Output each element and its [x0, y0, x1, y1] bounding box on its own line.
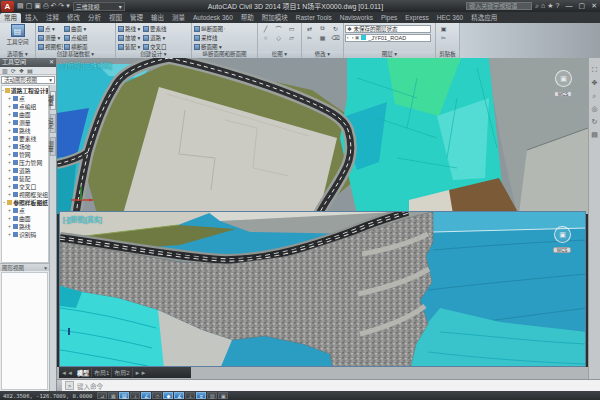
- panel-label[interactable]: 选项板 ▾: [0, 51, 35, 58]
- ribbon-tab[interactable]: 常用: [0, 13, 21, 23]
- ribbon-tab[interactable]: 附加模块: [258, 13, 292, 23]
- command-line-grip[interactable]: [57, 380, 62, 392]
- draw-tool-button[interactable]: ▭: [285, 24, 298, 33]
- ribbon-tab[interactable]: 修改: [63, 13, 84, 23]
- command-line[interactable]: > 键入命令: [57, 379, 600, 391]
- tree-item[interactable]: + 道路: [2, 166, 48, 174]
- infocenter-icon[interactable]: ★: [546, 2, 554, 10]
- status-toggle-button[interactable]: ▤: [119, 392, 129, 399]
- navigation-bar-icon[interactable]: ⛶: [592, 66, 597, 73]
- layer-toggle-icons[interactable]: ◐ ◑ ▣: [347, 35, 359, 40]
- quick-access-icon[interactable]: ↶: [49, 2, 57, 10]
- navigation-bar-icon[interactable]: ✥: [592, 79, 598, 86]
- command-prompt[interactable]: 键入命令: [77, 381, 103, 391]
- tree-expander[interactable]: +: [7, 167, 12, 173]
- tree-expander[interactable]: +: [7, 111, 12, 117]
- viewcube[interactable]: ▣: [554, 226, 571, 243]
- ribbon-tab[interactable]: 插入: [21, 13, 42, 23]
- toolspace-side-tab[interactable]: 设定: [50, 114, 56, 133]
- infocenter-icon[interactable]: ?: [555, 2, 561, 10]
- item-view-list[interactable]: [1, 272, 48, 390]
- tree-item[interactable]: + 路线: [2, 126, 48, 134]
- toolspace-toolbar-icon[interactable]: ❖: [19, 67, 24, 74]
- window-control-button[interactable]: ✕: [588, 2, 600, 10]
- toolspace-side-tab[interactable]: 测量: [50, 137, 56, 156]
- tree-expander[interactable]: +: [7, 135, 12, 141]
- ribbon-tab[interactable]: 输出: [147, 13, 168, 23]
- status-toggle-button[interactable]: ▨: [207, 392, 217, 399]
- ribbon-button[interactable]: 放坡 ▾: [117, 33, 142, 42]
- ribbon-tab[interactable]: 视图: [105, 13, 126, 23]
- tree-item[interactable]: + 曲面: [2, 214, 48, 222]
- ribbon-button[interactable]: 测量 ▾: [37, 33, 63, 42]
- ribbon-tab[interactable]: 帮助: [237, 13, 258, 23]
- tree-item[interactable]: - 道路工程设计图: [2, 86, 48, 94]
- tree-expander[interactable]: +: [7, 103, 12, 109]
- draw-tool-button[interactable]: ○: [259, 33, 272, 42]
- workspace-switcher[interactable]: 三维建模 ▾: [73, 2, 125, 11]
- navigation-bar-icon[interactable]: ↻: [592, 118, 598, 125]
- quick-access-icon[interactable]: ▾: [65, 2, 71, 10]
- active-view-dropdown[interactable]: 活动图形视图 ▾: [1, 76, 55, 84]
- tree-item[interactable]: + 视图框架组: [2, 190, 48, 198]
- status-toggle-button[interactable]: ▦: [108, 392, 118, 399]
- ribbon-button[interactable]: 交叉口 ▾: [142, 42, 167, 51]
- tree-expander[interactable]: +: [7, 151, 12, 157]
- ribbon-tab[interactable]: Raster Tools: [292, 13, 336, 23]
- ribbon-button[interactable]: 路线 ▾: [117, 24, 142, 33]
- toolspace-toolbar-icon[interactable]: ▤: [27, 67, 33, 74]
- modify-tool-button[interactable]: ↻: [329, 24, 342, 33]
- tree-item[interactable]: + 场地: [2, 142, 48, 150]
- layout-tab[interactable]: 布局2: [112, 368, 132, 377]
- tree-item[interactable]: + 路线: [2, 222, 48, 230]
- ribbon-tab[interactable]: HEC 360: [433, 13, 467, 23]
- draw-tool-button[interactable]: ▱: [285, 33, 298, 42]
- app-menu-button[interactable]: A: [1, 1, 14, 12]
- tree-expander[interactable]: +: [7, 223, 12, 229]
- layout-tab[interactable]: 模型: [75, 368, 92, 377]
- modify-tool-button[interactable]: ⧉: [316, 24, 329, 33]
- item-view-header[interactable]: 图形视图 ▾: [0, 263, 49, 271]
- layout-tab-scroll-right[interactable]: ►►: [135, 370, 147, 376]
- navigation-bar-icon[interactable]: ⌕: [593, 92, 597, 99]
- quick-access-icon[interactable]: ↷: [57, 2, 65, 10]
- ribbon-tab[interactable]: Pipes: [377, 13, 401, 23]
- tree-item[interactable]: + 装配: [2, 174, 48, 182]
- ribbon-tab[interactable]: Navisworks: [336, 13, 377, 23]
- layout-tab[interactable]: 布局1: [92, 368, 112, 377]
- modify-tool-button[interactable]: ▦: [316, 33, 329, 42]
- clipboard-button[interactable]: ▣: [437, 24, 450, 33]
- layer-dropdown[interactable]: ◐ ◑ ▣ _JYF01_ROAD: [345, 34, 431, 42]
- navigation-bar-icon[interactable]: ▤: [591, 131, 598, 138]
- tree-expander[interactable]: +: [7, 143, 12, 149]
- clipboard-button[interactable]: ✂: [437, 33, 450, 42]
- draw-tool-button[interactable]: ╱: [259, 24, 272, 33]
- status-toggle-button[interactable]: ⊥: [185, 392, 195, 399]
- status-toggle-button[interactable]: ⟂: [130, 392, 140, 399]
- toolspace-toolbar-icon[interactable]: ▥: [2, 67, 8, 74]
- secondary-viewport[interactable]: [-][俯视][真实] ▣ WCS: [59, 211, 586, 367]
- toolspace-toolbar-icon[interactable]: ⟳: [11, 67, 16, 74]
- layer-color-swatch[interactable]: [361, 35, 366, 40]
- wcs-badge[interactable]: WCS: [553, 247, 571, 253]
- tree-expander[interactable]: +: [7, 191, 12, 197]
- tree-expander[interactable]: +: [7, 215, 12, 221]
- toolspace-side-tab[interactable]: 浏览: [50, 91, 56, 110]
- ribbon-button[interactable]: 装配 ▾: [117, 42, 142, 51]
- window-control-button[interactable]: ▢: [576, 2, 589, 10]
- ribbon-button[interactable]: 采样线: [193, 33, 225, 42]
- ribbon-button[interactable]: 点 ▾: [37, 24, 63, 33]
- wcs-badge[interactable]: WCS: [554, 91, 572, 97]
- status-toggle-button[interactable]: ▣: [218, 392, 228, 399]
- tree-item[interactable]: - 参照样板图纸: [2, 198, 48, 206]
- tree-item[interactable]: + 曲面: [2, 110, 48, 118]
- panel-label[interactable]: 创建基础数据 ▾: [36, 51, 115, 58]
- navigation-bar-icon[interactable]: ◎: [591, 105, 597, 112]
- ribbon-button[interactable]: 要素线 ▾: [142, 24, 167, 33]
- modify-tool-button[interactable]: ✂: [303, 33, 316, 42]
- viewport-controls-label[interactable]: [-][俯视][二维线框]: [60, 60, 112, 70]
- ribbon-tab[interactable]: 管理: [126, 13, 147, 23]
- ribbon-button[interactable]: 断面图 ▾: [193, 42, 225, 51]
- tree-expander[interactable]: +: [7, 95, 12, 101]
- tree-item[interactable]: + 点编组: [2, 102, 48, 110]
